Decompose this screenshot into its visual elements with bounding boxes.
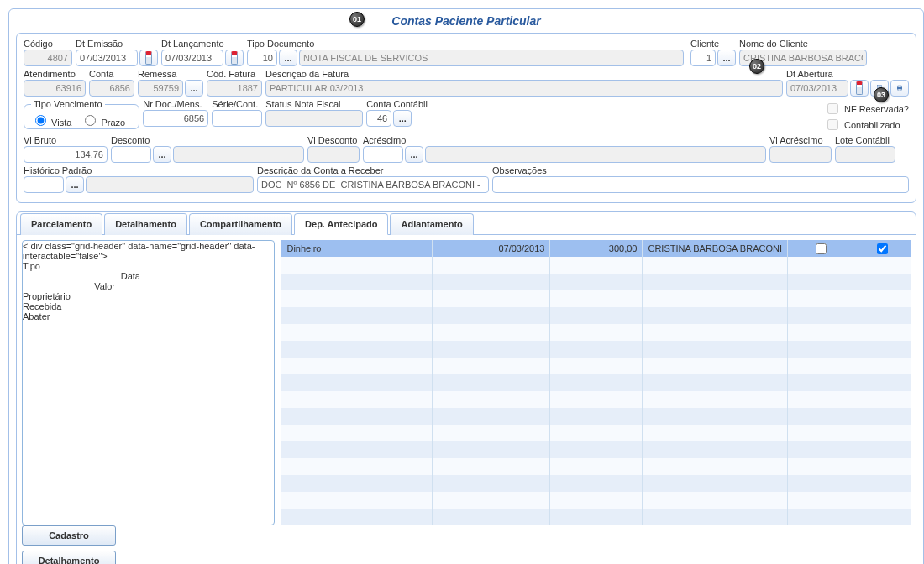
label-vl-bruto: Vl Bruto [24,135,108,145]
ellipsis-button[interactable]: ... [185,80,203,97]
recebida-checkbox[interactable] [816,243,827,254]
label-desconto: Desconto [111,135,304,145]
dt-lancamento-field[interactable] [161,50,223,66]
label-descricao-conta-receber: Descrição da Conta a Receber [257,165,489,175]
col-header-abater[interactable]: Abater [23,311,80,321]
col-header-proprietario[interactable]: Proprietário [23,291,274,301]
nf-reservada-checkbox [827,103,838,114]
dt-emissao-field[interactable] [76,50,138,66]
label-tipo-venc: Tipo Vencimento [31,99,105,109]
detalhamento-button[interactable]: Detalhamento [22,551,116,564]
cadastro-button[interactable]: Cadastro [22,525,116,546]
table-row [281,391,911,408]
page-title: Contas Paciente Particular [16,13,916,33]
grid-body: Dinheiro07/03/2013300,00CRISTINA BARBOSA… [281,240,911,525]
observacoes-field[interactable] [492,176,909,193]
tab-dep-antecipado[interactable]: Dep. Antecipado [294,213,388,235]
serie-cont-field[interactable] [212,110,262,127]
tipo-vencimento-group: Tipo Vencimento Vista Prazo [24,99,139,129]
radio-vista[interactable]: Vista [31,118,71,128]
table-row [281,257,911,274]
tab-adiantamento[interactable]: Adiantamento [390,213,473,235]
document-icon[interactable] [870,80,889,97]
abater-checkbox[interactable] [877,243,888,254]
contabilizado-checkbox [827,119,838,130]
label-cliente: Cliente [690,39,736,49]
label-vl-desconto: Vl Desconto [307,135,360,145]
svg-rect-5 [898,86,901,87]
tab-strip: ParcelamentoDetalhamentoCompartilhamento… [17,212,916,235]
conta-contabil-field[interactable] [366,110,391,127]
table-row [281,324,911,341]
label-descricao-fatura: Descrição da Fatura [265,69,783,79]
cliente-code-field[interactable] [690,50,716,66]
col-header-data[interactable]: Data [23,271,140,281]
label-acrescimo: Acréscimo [363,135,766,145]
ellipsis-button[interactable]: ... [66,176,84,193]
tab-detalhamento[interactable]: Detalhamento [104,213,187,235]
label-serie-cont: Série/Cont. [212,99,262,109]
acrescimo-desc-field [425,146,766,163]
vl-acrescimo-field [769,146,832,163]
radio-prazo[interactable]: Prazo [81,118,125,128]
table-row [281,290,911,307]
tipo-doc-desc-field [299,50,684,66]
svg-point-3 [879,89,882,91]
table-row [281,274,911,290]
col-header-recebida[interactable]: Recebida [23,301,88,311]
calendar-icon[interactable] [139,50,158,66]
desconto-desc-field [173,146,304,163]
descricao-conta-receber-field[interactable] [257,176,489,193]
printer-icon[interactable] [890,80,909,97]
calendar-icon[interactable] [850,80,869,97]
label-atendimento: Atendimento [24,69,86,79]
label-lote-contabil: Lote Contábil [835,135,895,145]
ellipsis-button[interactable]: ... [393,110,412,127]
tab-compartilhamento[interactable]: Compartilhamento [189,213,292,235]
table-row [281,509,911,525]
lote-contabil-field [835,146,895,163]
main-panel: Contas Paciente Particular Código Dt Emi… [8,8,924,564]
table-row[interactable]: Dinheiro07/03/2013300,00CRISTINA BARBOSA… [281,240,911,257]
table-row [281,408,911,425]
table-row [281,425,911,441]
table-row [281,475,911,492]
historico-padrao-code-field[interactable] [24,176,64,193]
ellipsis-button[interactable]: ... [279,50,297,66]
descricao-fatura-field [265,80,783,97]
side-buttons: CadastroDetalhamentoParcelamento [22,525,116,564]
svg-rect-6 [898,89,901,91]
label-vl-acrescimo: Vl Acréscimo [769,135,832,145]
vl-bruto-field[interactable] [24,146,108,163]
tab-parcelamento[interactable]: Parcelamento [20,213,102,235]
remessa-field [138,80,183,97]
desconto-code-field[interactable] [111,146,151,163]
nr-doc-field[interactable] [143,110,208,127]
ellipsis-button[interactable]: ... [405,146,423,163]
label-observacoes: Observações [492,165,909,175]
label-dt-lancamento: Dt Lançamento [161,39,244,49]
vl-desconto-field [307,146,360,163]
atendimento-field [24,80,86,97]
col-header-tipo[interactable]: Tipo [23,261,174,271]
label-conta: Conta [89,69,134,79]
tipo-doc-code-field[interactable] [247,50,277,66]
label-status-nf: Status Nota Fiscal [265,99,363,109]
tabs-panel: ParcelamentoDetalhamentoCompartilhamento… [16,212,916,564]
acrescimo-code-field[interactable] [363,146,403,163]
form-area: Código Dt Emissão Dt Lançamento Tipo Doc… [16,33,916,203]
calendar-icon[interactable] [225,50,244,66]
status-nf-field [265,110,363,127]
cod-fatura-field [207,80,262,97]
col-header-valor[interactable]: Valor [23,281,115,291]
label-dt-abertura: Dt Abertura [786,69,909,79]
label-dt-emissao: Dt Emissão [76,39,158,49]
label-nr-doc: Nr Doc./Mens. [143,99,208,109]
table-row [281,458,911,475]
ellipsis-button[interactable]: ... [153,146,171,163]
deposits-grid: < div class="grid-header" data-name="gri… [22,240,275,525]
table-row [281,341,911,358]
ellipsis-button[interactable]: ... [717,50,736,66]
nome-cliente-field [739,50,867,66]
dt-abertura-field [786,80,848,97]
